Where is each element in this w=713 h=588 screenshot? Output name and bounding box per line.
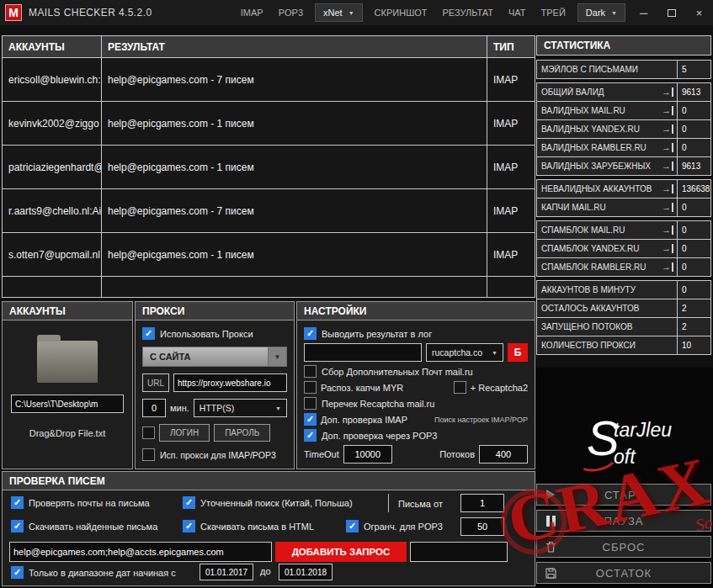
pause-button[interactable]: ПАУЗА <box>536 510 711 532</box>
proxy-auth-checkbox[interactable] <box>142 426 155 439</box>
date-to-input[interactable] <box>279 564 333 580</box>
stat-label: КАПЧИ MAIL.RU <box>537 203 662 212</box>
letters-from-input[interactable] <box>460 494 504 512</box>
pop3-limit-label: Огранч. для POP3 <box>364 522 443 532</box>
export-arrow-icon[interactable] <box>662 203 673 212</box>
use-proxy-checkbox[interactable] <box>142 327 155 340</box>
pop3-limit-input[interactable] <box>460 517 504 536</box>
export-arrow-icon[interactable] <box>662 87 673 97</box>
stat-row: МЭЙЛОВ С ПИСЬМАМИ 5 <box>536 60 711 79</box>
cell-result: help@epicgames.com - 7 писем <box>102 189 487 232</box>
column-header-accounts[interactable]: АККАУНТЫ <box>3 36 102 57</box>
xnet-dropdown[interactable]: xNet ▼ <box>315 3 363 22</box>
threads-input[interactable] <box>479 445 528 464</box>
export-arrow-icon[interactable] <box>662 244 673 253</box>
add-query-button[interactable]: ДОБАВИТЬ ЗАПРОС <box>275 542 407 562</box>
proxy-imap-pop3-checkbox[interactable] <box>142 448 155 461</box>
export-arrow-icon[interactable] <box>662 262 673 272</box>
captcha-service-dropdown[interactable]: rucaptcha.co ▼ <box>426 343 503 362</box>
date-from-input[interactable] <box>200 564 253 580</box>
recognize-captcha-checkbox[interactable] <box>304 381 317 394</box>
export-arrow-icon[interactable] <box>662 184 673 193</box>
export-arrow-icon[interactable] <box>662 162 673 171</box>
export-arrow-icon[interactable] <box>662 106 673 115</box>
folder-icon[interactable] <box>37 341 98 383</box>
table-row[interactable]: ericsoll@bluewin.ch: help@epicgames.com … <box>3 58 535 102</box>
log-output-checkbox[interactable] <box>304 327 317 340</box>
accounts-path-input[interactable] <box>11 395 124 413</box>
date-range-label: Только в диапазоне дат начиная с <box>29 568 176 578</box>
menu-imap[interactable]: IMAP <box>233 1 271 24</box>
cell-type: IMAP <box>487 58 535 101</box>
stat-label: ВАЛИДНЫХ MAIL.RU <box>537 106 662 115</box>
menu-screenshot[interactable]: СКРИНШОТ <box>367 1 435 24</box>
export-arrow-icon[interactable] <box>662 225 673 235</box>
use-proxy-row: Использовать Прокси <box>142 327 287 340</box>
stat-label: ЗАПУЩЕНО ПОТОКОВ <box>537 322 677 331</box>
export-arrow-icon[interactable] <box>662 124 673 134</box>
proxy-protocol-dropdown[interactable]: HTTP(S) ▼ <box>194 399 287 417</box>
extra-pop3-checkbox[interactable] <box>304 429 317 442</box>
proxy-panel-title: ПРОКСИ <box>136 302 294 320</box>
extra-imap-checkbox[interactable] <box>304 413 317 426</box>
export-arrow-icon[interactable] <box>662 143 673 152</box>
stat-row: НЕВАЛИДНЫХ АККАУНТОВ 136638 <box>536 179 711 199</box>
proxy-source-dropdown[interactable]: С САЙТА ▼ <box>142 347 287 367</box>
date-range-checkbox[interactable] <box>11 566 24 579</box>
column-header-type[interactable]: ТИП <box>487 36 535 57</box>
app-logo-icon: M <box>5 4 22 21</box>
settings-panel-title: НАСТРОЙКИ <box>297 302 535 320</box>
recaptcha2-checkbox[interactable] <box>454 381 466 394</box>
stat-row: ОБЩИЙ ВАЛИД 9613 <box>536 82 711 102</box>
menu-result[interactable]: РЕЗУЛЬТАТ <box>435 1 501 24</box>
download-found-checkbox[interactable] <box>11 520 24 532</box>
stat-row: СПАМБЛОК YANDEX.RU 0 <box>536 239 711 258</box>
url-label: URL <box>142 373 169 392</box>
password-button[interactable]: ПАРОЛЬ <box>214 424 270 442</box>
pop3-limit-checkbox[interactable] <box>346 520 359 532</box>
extra-query-input[interactable] <box>410 542 508 562</box>
query-input[interactable] <box>9 542 272 562</box>
stat-value: 5 <box>677 61 710 78</box>
collect-mailru-checkbox[interactable] <box>304 365 317 378</box>
check-mail-row: Проверять почты на письма <box>11 496 150 509</box>
proxy-refresh-row: мин. HTTP(S) ▼ <box>142 399 287 417</box>
use-proxy-label: Использовать Прокси <box>160 329 253 339</box>
minimize-button[interactable]: ─ <box>630 0 657 25</box>
proxy-url-input[interactable] <box>173 373 287 392</box>
recheck-recaptcha-checkbox[interactable] <box>304 397 317 410</box>
column-header-result[interactable]: РЕЗУЛЬТАТ <box>102 36 487 57</box>
close-button[interactable]: × <box>685 0 713 25</box>
stat-value: 136638 <box>677 180 710 198</box>
empty-cell <box>102 277 487 297</box>
recheck-recaptcha-label: Перечек Recaptcha mail.ru <box>322 399 434 409</box>
remainder-button[interactable]: ОСТАТОК <box>536 562 711 584</box>
check-mail-checkbox[interactable] <box>11 496 24 509</box>
table-row[interactable]: kevinvk2002@ziggo help@epicgames.com - 1… <box>3 102 535 146</box>
accounts-panel: АККАУНТЫ Drag&Drop File.txt <box>2 301 133 469</box>
balance-button[interactable]: Б <box>508 343 528 362</box>
captcha-key-input[interactable] <box>304 343 422 362</box>
menu-chat[interactable]: ЧАТ <box>501 1 534 24</box>
maximize-button[interactable] <box>657 0 685 25</box>
timeout-input[interactable] <box>343 445 392 464</box>
theme-dropdown[interactable]: Dark ▼ <box>577 3 625 22</box>
table-row[interactable]: patriciaziegenhardt@ help@epicgames.com … <box>3 146 535 189</box>
start-button[interactable]: СТАРТ <box>536 484 711 506</box>
collect-mailru-row: Сбор Дополнительных Почт mail.ru <box>304 365 528 378</box>
app-window: M MAILS CHECKER 4.5.2.0 IMAP POP3 xNet ▼… <box>0 0 713 588</box>
divider <box>388 494 389 512</box>
refined-search-checkbox[interactable] <box>183 496 195 509</box>
login-button[interactable]: ЛОГИН <box>159 424 210 442</box>
table-row[interactable]: r.aarts9@chello.nl:Ai help@epicgames.com… <box>3 189 535 233</box>
download-found-label: Скачивать найденные письма <box>29 522 157 532</box>
reset-button[interactable]: СБРОС <box>536 536 711 558</box>
download-html-checkbox[interactable] <box>183 520 195 532</box>
table-row[interactable]: s.otten7@upcmail.nl help@epicgames.com -… <box>3 233 535 277</box>
proxy-minutes-input[interactable] <box>142 399 166 417</box>
cell-result: help@epicgames.com - 7 писем <box>102 58 487 101</box>
stat-label: ОБЩИЙ ВАЛИД <box>537 87 662 97</box>
menu-pop3[interactable]: POP3 <box>271 1 311 24</box>
menu-tray[interactable]: ТРЕЙ <box>534 1 573 24</box>
play-icon <box>537 490 564 500</box>
